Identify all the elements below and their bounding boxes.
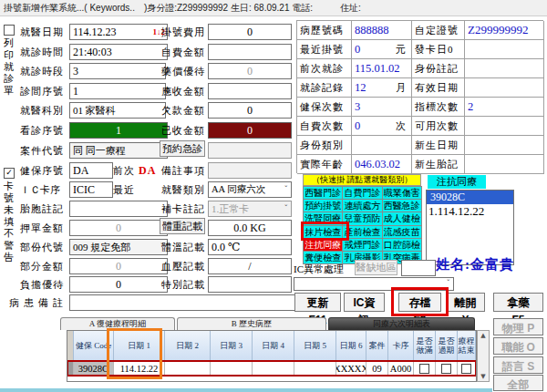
visit-date-field[interactable]: 114.12.23 1↓2 [69, 24, 168, 40]
reg-fee-field[interactable]: 0 [208, 24, 292, 40]
weight-field[interactable]: 0.0 KG [208, 220, 292, 236]
copay-code-value: 009 規定免部 [73, 242, 130, 253]
get-medicine-button[interactable]: 拿藥 F5 [493, 293, 543, 312]
arrears-label: 欠款金額 [161, 104, 205, 118]
cell-date6: XXXXX [336, 361, 366, 376]
ic-info-button[interactable]: IC資訊 [344, 293, 385, 312]
self-pay-field[interactable] [208, 44, 292, 60]
case-code-dropdown[interactable]: ˇ 同 同一療程 [69, 142, 168, 159]
col-header[interactable]: 日期 3 [211, 331, 253, 361]
ic-abnormal-label: IC異常處理 [294, 263, 344, 276]
col-header[interactable]: 日期 2 [165, 331, 211, 361]
scroll-down-icon[interactable]: ▼ [478, 373, 489, 380]
tab-rehab-detail[interactable]: A 復健療程明細 [60, 317, 175, 330]
card-no-warning-checkbox[interactable] [4, 168, 15, 179]
quick-item[interactable]: 洗腎同療 [304, 212, 343, 225]
table-row[interactable]: 39028C 114.12.22 XXXXX 09 A000 [67, 361, 476, 376]
copay-code-dropdown[interactable]: ˇ 009 規定免部 [69, 239, 168, 255]
cell-date5 [294, 361, 336, 376]
dept-field[interactable]: 01 家醫科 [69, 102, 166, 119]
visit-type-dropdown[interactable]: ˇ AA 同療六次 [208, 181, 292, 198]
special-field[interactable] [208, 276, 292, 293]
deposit-label: 押單金額 [20, 222, 64, 235]
period-field[interactable]: 3 [69, 63, 166, 79]
quick-item[interactable]: 戒煙門診 [343, 239, 382, 252]
cell-expired-checkbox[interactable] [436, 361, 458, 376]
list-item[interactable]: 1.114.12.22 [427, 204, 513, 219]
temp-field[interactable]: 0.0 ℃ [208, 239, 292, 255]
table-scrollbar[interactable]: ▲ ▼ [477, 330, 490, 382]
quick-item[interactable]: 產前檢查 [343, 226, 382, 239]
patient-note-field[interactable] [69, 294, 295, 311]
col-header[interactable]: 健保 Code [74, 331, 114, 361]
received-field[interactable]: 0 [208, 122, 292, 139]
tab-six-visit-detail[interactable]: 同療六次明細表 [328, 317, 475, 330]
quick-item[interactable]: 預約掛號 [304, 200, 343, 212]
room-seq-field[interactable]: 1 [69, 83, 166, 99]
quick-item[interactable]: 西醫急診 [383, 200, 422, 212]
info-value [465, 59, 544, 78]
quick-item[interactable]: 流感疫苗 [383, 226, 422, 239]
temp-label: 體溫記載 [161, 241, 205, 254]
chevron-down-icon: ˇ [284, 201, 289, 216]
physical-button[interactable]: 物理 P [493, 318, 543, 335]
quick-item-selected[interactable]: 注抗同療 [304, 239, 343, 252]
visit-time-label: 就診時間 [20, 46, 64, 59]
ic-abnormal-dropdown[interactable]: ˇ [294, 277, 454, 291]
injection-listbox[interactable]: 39028C 1.114.12.22 [426, 190, 514, 265]
quick-item[interactable]: 口腔篩檢 [383, 239, 422, 252]
quick-item[interactable]: 成人健檢 [383, 212, 422, 225]
remote-area-button[interactable]: 醫缺地區 [355, 260, 397, 275]
ic-abnormal-field[interactable] [401, 260, 436, 276]
visit-time-field[interactable]: 21:40:03 [69, 44, 168, 60]
quick-item[interactable]: 連續處方 [343, 200, 382, 212]
col-header[interactable]: 日期 5 [294, 331, 336, 361]
fetus-label: 胎胞註記 [20, 202, 64, 216]
exit-button[interactable]: 離開X [446, 293, 485, 312]
col-header[interactable]: 日期 4 [253, 331, 294, 361]
all-button[interactable]: 全部 F8 [493, 375, 543, 391]
save-button[interactable]: 存檔F9 [398, 293, 441, 312]
cell-date4 [253, 361, 294, 376]
info-value [465, 155, 544, 174]
weight-button[interactable]: 體重記載 [160, 218, 205, 234]
info-value: 888888 [352, 21, 412, 40]
appointment-er-button[interactable]: 預約急診 [160, 140, 205, 157]
info-label: 指標次數 [412, 98, 465, 117]
receivable-field[interactable] [208, 83, 292, 99]
arrears-field[interactable]: 0 [208, 102, 292, 119]
print-slip-checkbox[interactable] [4, 25, 15, 36]
burden-field[interactable]: 0 [69, 276, 168, 293]
update-button[interactable]: 更新F11 [294, 293, 341, 312]
visit-no-field[interactable]: 1 [69, 122, 168, 139]
fetus-field[interactable] [69, 201, 168, 217]
quick-item[interactable]: 自費門診 [343, 187, 382, 200]
info-value [465, 117, 544, 136]
col-header[interactable]: 案件 [366, 331, 388, 361]
dept-label: 就醫科別 [20, 104, 64, 118]
col-header[interactable]: 日期 1 [114, 331, 165, 361]
cell-done-checkbox[interactable] [414, 361, 436, 376]
info-value: 12月 [352, 78, 412, 98]
occupational-button[interactable]: 職能 O [493, 337, 543, 355]
col-header[interactable]: 是否做滿 [414, 331, 436, 361]
col-header[interactable]: 卡序 [388, 331, 414, 361]
nhi-seq-field[interactable]: DA [69, 162, 113, 179]
tab-history[interactable]: B 歷史病歷 [177, 317, 326, 330]
ic-seq-field[interactable]: ICIC [69, 181, 113, 198]
quick-item[interactable]: 職業傷害 [383, 187, 422, 200]
cell-finished-checkbox[interactable] [458, 361, 476, 376]
bp-field[interactable]: / [208, 258, 292, 274]
copay-amt-field[interactable]: 0 [69, 258, 168, 274]
quick-item[interactable]: 兒童預防 [343, 212, 382, 225]
quick-item[interactable]: 西醫門診 [304, 187, 343, 200]
scroll-up-icon[interactable]: ▲ [478, 332, 489, 339]
speech-button[interactable]: 語言 S [493, 356, 543, 374]
list-item-selected[interactable]: 39028C [427, 191, 513, 204]
quick-item[interactable]: 抹片檢查 [304, 226, 343, 239]
col-header[interactable]: 是否過期 [436, 331, 458, 361]
drug-disc-field[interactable]: 0 [208, 63, 292, 79]
col-header[interactable]: 日期 6 [336, 331, 366, 361]
deposit-field[interactable]: 0 [69, 220, 168, 236]
col-header[interactable]: 療程結束 [458, 331, 476, 361]
